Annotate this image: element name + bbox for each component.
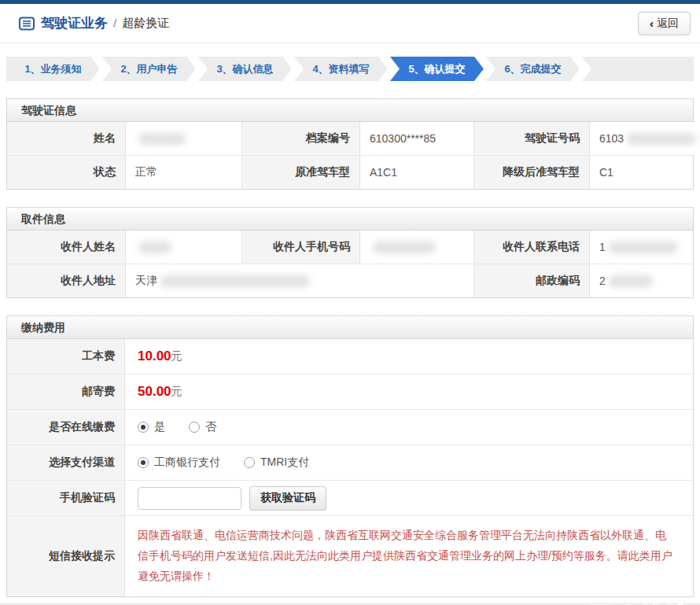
- online-pay-options: 是 否: [125, 410, 693, 445]
- name-label: 姓名: [7, 122, 125, 155]
- table-row: 邮寄费 50.00 元: [7, 374, 693, 410]
- file-no-label: 档案编号: [241, 122, 359, 155]
- recipient-phone-value: 1: [589, 231, 693, 264]
- page-title: 驾驶证业务: [41, 14, 108, 32]
- recipient-mobile-value: [359, 231, 473, 264]
- back-button[interactable]: ‹ 返回: [638, 12, 691, 35]
- orig-class-label: 原准驾车型: [241, 156, 359, 189]
- radio-checked-icon[interactable]: [138, 457, 149, 468]
- pickup-info-section: 取件信息 收件人姓名 收件人手机号码 收件人联系电话 1 收件人地址 天津 邮政…: [6, 207, 694, 298]
- payment-section: 缴纳费用 工本费 10.00 元 邮寄费 50.00 元 是否在线缴费 是 否 …: [6, 315, 694, 597]
- radio-checked-icon[interactable]: [138, 422, 149, 433]
- step-wizard: 1、业务须知 2、用户申告 3、确认信息 4、资料填写 5、确认提交 6、完成提…: [6, 57, 694, 81]
- step-1-business-notice: 1、业务须知: [6, 57, 100, 81]
- table-row: 收件人地址 天津 邮政编码 2: [7, 264, 693, 297]
- sms-code-label: 手机验证码: [7, 481, 125, 515]
- step-4-fill-data: 4、资料填写: [294, 57, 388, 81]
- section-title-license: 驾驶证信息: [7, 99, 693, 122]
- redacted-text: [138, 133, 186, 145]
- recipient-mobile-label: 收件人手机号码: [241, 231, 359, 264]
- step-6-complete-submit: 6、完成提交: [486, 57, 580, 81]
- status-label: 状态: [7, 156, 125, 189]
- radio-unchecked-icon[interactable]: [189, 422, 200, 433]
- pay-channel-options: 工商银行支付 TMRI支付: [125, 445, 693, 480]
- chevron-left-icon: ‹: [650, 17, 654, 30]
- license-no-value: 6103: [589, 122, 696, 155]
- table-row: 短信接收提示 因陕西省联通、电信运营商技术问题，陕西省互联网交通安全综合服务管理…: [7, 516, 693, 596]
- back-button-label: 返回: [657, 17, 679, 31]
- section-title-pickup: 取件信息: [7, 208, 693, 231]
- radio-unchecked-icon[interactable]: [244, 457, 255, 468]
- breadcrumb-current: 超龄换证: [122, 16, 169, 31]
- radio-option-no[interactable]: 否: [189, 420, 216, 434]
- fee-unit: 元: [171, 385, 182, 399]
- license-info-section: 驾驶证信息 姓名 档案编号 610300****85 驾驶证号码 6103 状态…: [6, 98, 694, 190]
- license-no-label: 驾驶证号码: [473, 122, 589, 155]
- new-class-value: C1: [589, 156, 693, 189]
- postage-fee-value: 50.00 元: [125, 374, 693, 409]
- recipient-name-label: 收件人姓名: [7, 231, 125, 264]
- radio-label: TMRI支付: [260, 456, 309, 470]
- address-label: 收件人地址: [7, 264, 125, 297]
- sms-notice-label: 短信接收提示: [7, 516, 125, 596]
- sms-notice-text: 因陕西省联通、电信运营商技术问题，陕西省互联网交通安全综合服务管理平台无法向持陕…: [125, 516, 693, 596]
- recipient-phone-label: 收件人联系电话: [473, 231, 589, 264]
- list-icon: [19, 17, 35, 31]
- breadcrumb-separator: /: [113, 17, 116, 30]
- step-5-confirm-submit-active: 5、确认提交: [390, 57, 484, 81]
- radio-option-icbc[interactable]: 工商银行支付: [138, 456, 220, 470]
- redacted-text: [609, 275, 653, 287]
- radio-label: 是: [154, 420, 165, 434]
- redacted-text: [627, 133, 696, 145]
- file-no-value: 610300****85: [359, 122, 473, 155]
- fee-amount: 50.00: [138, 384, 171, 400]
- postcode-label: 邮政编码: [473, 264, 589, 297]
- recipient-name-value: [125, 231, 241, 264]
- redacted-text: [138, 242, 171, 253]
- fee-amount: 10.00: [138, 349, 171, 364]
- step-2-user-declaration: 2、用户申告: [102, 57, 196, 81]
- section-title-payment: 缴纳费用: [7, 316, 693, 339]
- orig-class-value: A1C1: [359, 156, 473, 189]
- table-row: 是否在线缴费 是 否: [7, 410, 693, 445]
- step-bar-filler: [582, 57, 694, 81]
- table-row: 状态 正常 原准驾车型 A1C1 降级后准驾车型 C1: [7, 156, 693, 189]
- radio-option-tmri[interactable]: TMRI支付: [244, 456, 309, 470]
- table-row: 选择支付渠道 工商银行支付 TMRI支付: [7, 445, 693, 481]
- step-3-confirm-info: 3、确认信息: [198, 57, 292, 81]
- pay-channel-label: 选择支付渠道: [7, 445, 125, 480]
- redacted-text: [160, 275, 310, 287]
- radio-label: 否: [205, 420, 216, 434]
- page-header: 驾驶证业务 / 超龄换证 ‹ 返回: [0, 4, 700, 43]
- get-sms-code-button[interactable]: 获取验证码: [249, 486, 326, 511]
- table-row: 工本费 10.00 元: [7, 339, 693, 374]
- redacted-text: [373, 242, 436, 253]
- fee-unit: 元: [171, 349, 182, 363]
- table-row: 手机验证码 获取验证码: [7, 481, 693, 516]
- online-pay-label: 是否在线缴费: [7, 410, 125, 445]
- redacted-text: [609, 242, 678, 253]
- table-row: 姓名 档案编号 610300****85 驾驶证号码 6103: [7, 122, 693, 156]
- radio-label: 工商银行支付: [154, 456, 220, 470]
- postcode-value: 2: [589, 264, 693, 297]
- radio-option-yes[interactable]: 是: [138, 420, 165, 434]
- address-value: 天津: [125, 264, 473, 297]
- sms-code-input[interactable]: [138, 487, 241, 510]
- production-fee-label: 工本费: [7, 339, 125, 374]
- new-class-label: 降级后准驾车型: [473, 156, 589, 189]
- postage-fee-label: 邮寄费: [7, 374, 125, 409]
- status-value: 正常: [125, 156, 241, 189]
- sms-code-field-group: 获取验证码: [125, 481, 693, 515]
- name-value: [125, 122, 241, 155]
- production-fee-value: 10.00 元: [125, 339, 693, 374]
- table-row: 收件人姓名 收件人手机号码 收件人联系电话 1: [7, 231, 693, 264]
